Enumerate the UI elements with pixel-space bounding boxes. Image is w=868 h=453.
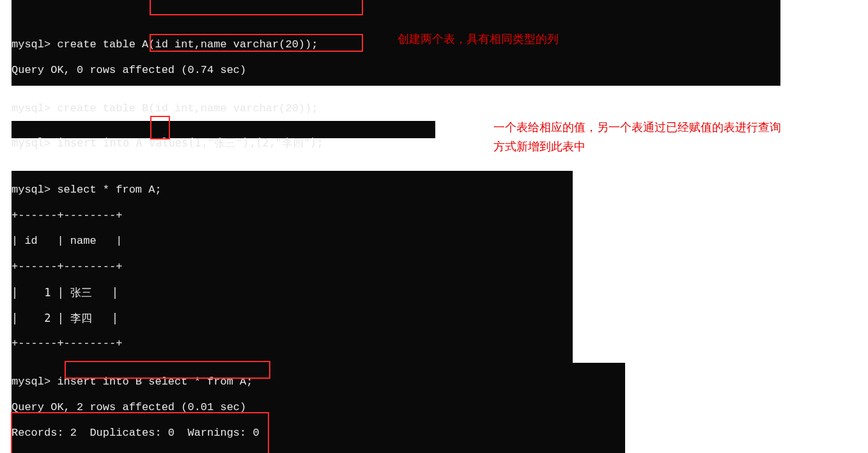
- term-line: +------+--------+: [12, 260, 573, 273]
- annotation-1: 创建两个表，具有相同类型的列: [398, 29, 559, 49]
- term-line: Records: 2 Duplicates: 0 Warnings: 0: [12, 427, 625, 440]
- terminal-block-2: mysql> insert into A values(1,"张三"),(2,"…: [12, 121, 435, 138]
- term-line: mysql> select * from A;: [12, 184, 573, 196]
- term-line: mysql> create table A(id int,name varcha…: [12, 38, 780, 51]
- term-line: Query OK, 0 rows affected (0.74 sec): [12, 64, 780, 77]
- annotation-2: 一个表给相应的值，另一个表通过已经赋值的表进行查询方式新增到此表中: [493, 118, 781, 156]
- term-line: +------+--------+: [12, 209, 573, 222]
- terminal-block-1: mysql> create table A(id int,name varcha…: [12, 0, 780, 86]
- term-line: Query OK, 2 rows affected (0.01 sec): [12, 401, 625, 414]
- terminal-block-3: mysql> select * from A; +------+--------…: [12, 171, 573, 363]
- term-line: | 1 | 张三 |: [12, 286, 573, 299]
- terminal-block-4: mysql> insert into B select * from A; Qu…: [12, 363, 625, 453]
- term-line: mysql> create table B(id int,name varcha…: [12, 102, 780, 115]
- term-line: +------+--------+: [12, 337, 573, 350]
- term-line: mysql> insert into B select * from A;: [12, 376, 625, 388]
- term-line: mysql> insert into A values(1,"张三"),(2,"…: [12, 136, 435, 150]
- term-line: | 2 | 李四 |: [12, 312, 573, 324]
- term-line: | id | name |: [12, 235, 573, 248]
- highlight-create-a: [150, 0, 363, 15]
